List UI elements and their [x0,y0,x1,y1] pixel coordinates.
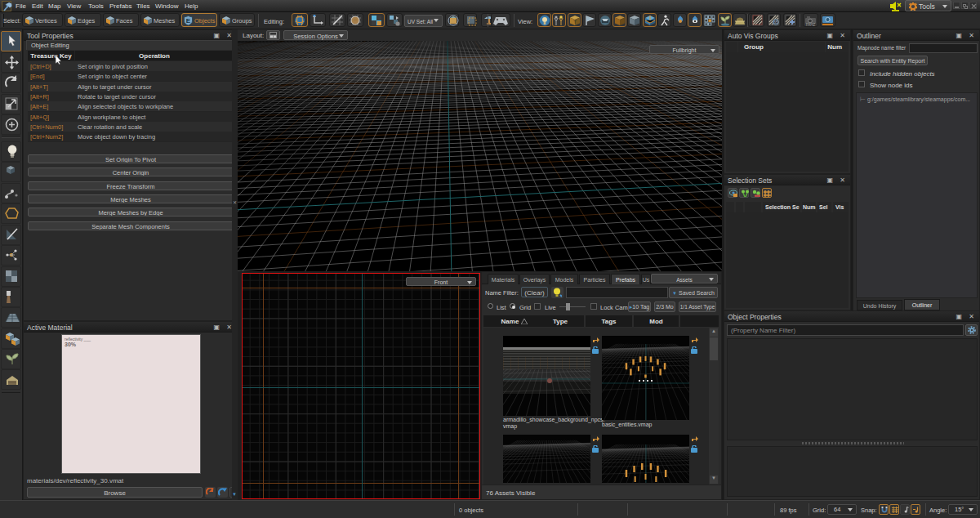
svg-text:FAHZ: FAHZ [806,23,816,27]
svg-text:65: 65 [773,20,778,25]
svg-text:T: T [573,20,577,25]
svg-text:E: E [186,17,191,25]
